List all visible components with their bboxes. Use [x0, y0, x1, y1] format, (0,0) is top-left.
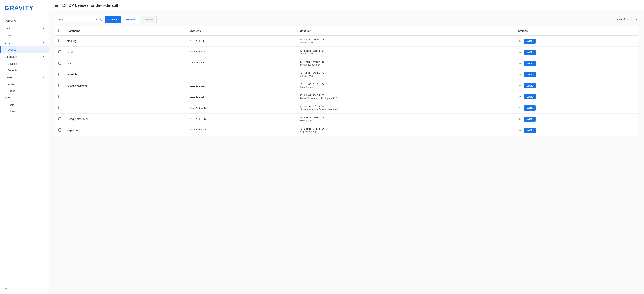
row-checkbox[interactable] — [58, 84, 61, 87]
edit-button[interactable]: ✏ — [518, 128, 522, 133]
row-actions: ✏ WOL — [515, 69, 638, 80]
wol-button[interactable]: WOL — [524, 105, 536, 111]
search-input[interactable] — [57, 18, 94, 21]
row-mac: f4:d4:88:79:07:0e — [300, 72, 512, 75]
wol-button[interactable]: WOL — [524, 50, 536, 55]
row-hostname — [64, 102, 187, 114]
leases-table-container: Hostname Address Identifier Actions frei… — [55, 26, 638, 136]
sidebar-item-zones[interactable]: Zones — [0, 32, 49, 39]
row-vendor: (Espressif Inc.) — [300, 130, 512, 133]
row-actions: ✏ WOL — [515, 80, 638, 91]
table-row: hue 10.120.20.51 00:17:88:af:de:1a (Phil… — [55, 58, 638, 69]
sidebar: GRAVITY Overview DNS ▾ Zones DHCP ▾ Scop… — [0, 0, 49, 294]
row-actions: ✏ WOL — [515, 114, 638, 125]
wol-button[interactable]: WOL — [524, 83, 536, 88]
row-checkbox[interactable] — [58, 51, 61, 54]
sidebar-item-overview[interactable]: Overview — [0, 17, 49, 25]
sidebar-item-dns[interactable]: DNS ▾ — [0, 25, 49, 32]
refresh-button[interactable]: Refresh — [122, 16, 140, 23]
sidebar-item-nodes[interactable]: Nodes — [0, 88, 49, 94]
clear-icon[interactable]: ✕ — [94, 18, 98, 21]
sidebar-item-discovery[interactable]: Discovery ▾ — [0, 53, 49, 61]
app-logo: GRAVITY — [4, 5, 34, 11]
row-identifier: f4:d4:88:79:07:0e (Apple, Inc.) — [296, 69, 515, 80]
edit-button[interactable]: ✏ — [518, 83, 522, 88]
row-checkbox-cell — [55, 102, 64, 114]
row-checkbox[interactable] — [58, 128, 61, 132]
select-all-checkbox[interactable] — [58, 29, 61, 32]
wol-button[interactable]: WOL — [524, 61, 536, 66]
row-mac: cc:f4:11:ab:d7:e5 — [300, 116, 512, 119]
row-checkbox[interactable] — [58, 73, 61, 76]
sidebar-item-tokens[interactable]: Tokens — [0, 108, 49, 115]
sidebar-item-dhcp[interactable]: DHCP ▾ — [0, 39, 49, 47]
table-row: Google-Nest-Mini 10.120.20.56 cc:f4:11:a… — [55, 114, 638, 125]
wol-button[interactable]: WOL — [524, 117, 536, 122]
row-checkbox[interactable] — [58, 117, 61, 120]
row-identifier: f0:08:d1:77:73:b0 (Espressif Inc.) — [296, 125, 515, 136]
sidebar-item-overview-label: Overview — [4, 19, 16, 22]
row-mac: f0:ef:86:6f:2a:2a — [300, 83, 512, 86]
sidebar-item-devices[interactable]: Devices — [0, 61, 49, 67]
edit-button[interactable]: ✏ — [518, 105, 522, 111]
row-checkbox[interactable] — [58, 39, 61, 42]
chevron-down-icon: ▾ — [43, 27, 44, 30]
edit-button[interactable]: ✏ — [518, 50, 522, 55]
header-checkbox-col — [55, 27, 64, 36]
row-vendor: (Sony Interactive Entertainment Inc.) — [300, 108, 512, 111]
sidebar-item-discovery-label: Discovery — [4, 55, 17, 58]
delete-button[interactable]: Delete — [141, 16, 156, 23]
menu-icon[interactable]: ☰ — [55, 3, 58, 8]
search-icon[interactable]: 🔍 — [98, 18, 102, 21]
row-checkbox[interactable] — [58, 106, 61, 109]
edit-button[interactable]: ✏ — [518, 39, 522, 44]
row-checkbox[interactable] — [58, 62, 61, 65]
row-hostname: jens-mbp — [64, 69, 187, 80]
row-identifier: 00:17:88:af:de:1a (Philips Lighting BV) — [296, 58, 515, 69]
edit-button[interactable]: ✏ — [518, 72, 522, 77]
toolbar: ✕ 🔍 Create Refresh Delete 1 - 28 of 28 ‹… — [55, 16, 638, 23]
logout-icon[interactable]: ⇨ — [4, 287, 8, 291]
row-identifier: cc:f4:11:ab:d7:e5 (Google, Inc.) — [296, 114, 515, 125]
main-content: ☰ DHCP Leases for de-fr-default ✕ 🔍 Crea… — [49, 0, 644, 294]
table-header-row: Hostname Address Identifier Actions — [55, 27, 638, 36]
row-mac: 00:50:56:ab:ec:bd — [300, 38, 512, 41]
sidebar-item-cluster[interactable]: Cluster ▾ — [0, 74, 49, 81]
sidebar-item-scopes[interactable]: Scopes — [0, 47, 49, 53]
row-address: 10.120.20.55 — [187, 102, 296, 114]
sidebar-item-roles[interactable]: Roles — [0, 81, 49, 88]
sidebar-bottom: ⇨ — [0, 283, 49, 294]
content-area: ✕ 🔍 Create Refresh Delete 1 - 28 of 28 ‹… — [49, 11, 644, 294]
edit-button[interactable]: ✏ — [518, 94, 522, 99]
row-address: 10.120.20.52 — [187, 69, 296, 80]
table-row: jens-mbp 10.120.20.52 f4:d4:88:79:07:0e … — [55, 69, 638, 80]
action-buttons: ✏ WOL — [518, 83, 635, 88]
wol-button[interactable]: WOL — [524, 94, 536, 99]
table-row: esp-desk 10.120.20.57 f0:08:d1:77:73:b0 … — [55, 125, 638, 136]
row-hostname — [64, 91, 187, 102]
wol-button[interactable]: WOL — [524, 128, 536, 133]
row-address: 10.120.20.54 — [187, 91, 296, 102]
sidebar-item-users[interactable]: Users — [0, 102, 49, 108]
row-checkbox[interactable] — [58, 95, 61, 98]
action-buttons: ✏ WOL — [518, 72, 635, 77]
row-checkbox-cell — [55, 114, 64, 125]
sidebar-item-auth[interactable]: Auth ▾ — [0, 94, 49, 102]
row-mac: f0:08:d1:77:73:b0 — [300, 127, 512, 130]
wol-button[interactable]: WOL — [524, 72, 536, 77]
row-vendor: (Meta Platforms Technologies, LLC) — [300, 97, 512, 100]
edit-button[interactable]: ✏ — [518, 117, 522, 122]
row-mac: 00:17:88:af:de:1a — [300, 61, 512, 63]
chevron-down-icon: ▾ — [43, 41, 44, 44]
create-button[interactable]: Create — [105, 16, 121, 23]
sidebar-item-subnets[interactable]: Subnets — [0, 67, 49, 74]
edit-button[interactable]: ✏ — [518, 61, 522, 66]
wol-button[interactable]: WOL — [524, 39, 536, 44]
next-page-button[interactable]: › — [635, 17, 638, 22]
row-vendor: (VMware, Inc.) — [300, 52, 512, 55]
row-identifier: 00:50:56:aa:f1:0c (VMware, Inc.) — [296, 47, 515, 58]
row-actions: ✏ WOL — [515, 91, 638, 102]
leases-table: Hostname Address Identifier Actions frei… — [55, 27, 638, 136]
prev-page-button[interactable]: ‹ — [630, 17, 633, 22]
table-row: 10.120.20.55 bc:60:a7:5f:28:34 (Sony Int… — [55, 102, 638, 114]
